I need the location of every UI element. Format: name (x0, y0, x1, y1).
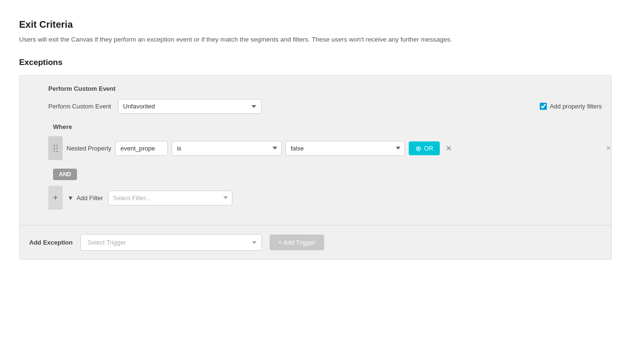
filter-row: Nested Property is is not contains false… (48, 136, 602, 160)
remove-filter-icon[interactable]: ✕ (446, 144, 452, 153)
drag-dot (54, 145, 55, 146)
select-trigger-dropdown[interactable]: Select Trigger (80, 234, 262, 251)
perform-label: Perform Custom Event (48, 103, 111, 110)
where-section: Where (48, 123, 602, 210)
drag-dot (56, 148, 58, 149)
add-filter-plus-button[interactable]: + (48, 186, 63, 210)
perform-row: Perform Custom Event Unfavorited Add pro… (48, 99, 602, 114)
event-select[interactable]: Unfavorited (118, 99, 261, 114)
funnel-icon: ▼ (67, 194, 74, 202)
and-button[interactable]: AND (53, 169, 77, 180)
add-property-filters-checkbox[interactable] (540, 103, 547, 110)
nested-property-label: Nested Property (66, 145, 111, 152)
add-exception-row: Add Exception Select Trigger + Add Trigg… (20, 225, 611, 259)
drag-dot (56, 150, 58, 152)
value-select[interactable]: false true (285, 141, 405, 156)
add-trigger-label: + Add Trigger (278, 239, 316, 246)
where-label: Where (53, 123, 602, 130)
exception-block: Perform Custom Event Perform Custom Even… (20, 75, 611, 225)
plus-icon: ⊕ (415, 145, 422, 152)
page-title: Exit Criteria (19, 19, 612, 30)
select-filter-dropdown[interactable]: Select Filter... (108, 191, 232, 205)
row-close-icon[interactable]: ✕ (606, 144, 611, 152)
drag-handle[interactable] (48, 136, 63, 160)
add-trigger-button[interactable]: + Add Trigger (270, 235, 324, 250)
add-property-filters-row: Add property filters (540, 103, 602, 110)
drag-dot (54, 148, 55, 149)
add-exception-label: Add Exception (29, 239, 73, 246)
or-button[interactable]: ⊕ OR (409, 141, 440, 155)
page-description: Users will exit the Canvas if they perfo… (19, 35, 612, 44)
add-filter-label: ▼ Add Filter (67, 194, 103, 202)
add-filter-text: Add Filter (76, 194, 103, 202)
property-value-input[interactable] (115, 141, 168, 156)
plus-icon: + (53, 193, 58, 202)
drag-dot (56, 145, 58, 146)
add-filter-row: + ▼ Add Filter Select Filter... (48, 186, 602, 210)
condition-select[interactable]: is is not contains (172, 141, 282, 156)
drag-dot (54, 150, 55, 152)
add-property-filters-label[interactable]: Add property filters (550, 103, 602, 110)
exception-block-label: Perform Custom Event (48, 85, 602, 92)
exceptions-section-title: Exceptions (19, 58, 612, 67)
exceptions-container: Perform Custom Event Perform Custom Even… (19, 75, 612, 260)
or-label: OR (424, 145, 434, 152)
